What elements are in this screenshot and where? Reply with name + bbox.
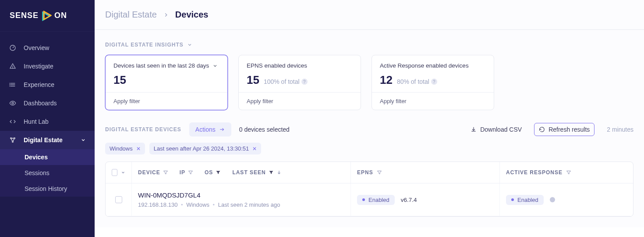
table-row[interactable]: WIN-0MQDSJD7GL4 192.168.18.130 • Windows… (106, 183, 633, 216)
ar-status: Enabled (517, 197, 538, 203)
actions-button[interactable]: Actions (189, 122, 231, 136)
apply-filter-button[interactable]: Apply filter (372, 92, 494, 110)
th-label: LAST SEEN (232, 169, 265, 176)
sidebar-item-dashboards[interactable]: Dashboards (0, 94, 95, 112)
chevron-down-icon[interactable] (121, 170, 125, 175)
checkbox[interactable] (115, 196, 122, 203)
th-label: DEVICE (138, 169, 160, 176)
sidebar-item-digital-estate[interactable]: Digital Estate (0, 131, 95, 149)
sidebar-sub-devices[interactable]: Devices (0, 149, 95, 165)
refreshed-ago: 2 minutes (602, 126, 633, 133)
th-device-group: DEVICE IP (132, 162, 351, 183)
nav-label: Experience (24, 81, 54, 88)
th-label: IP (180, 169, 185, 176)
devices-heading: DIGITAL ESTATE DEVICES (105, 126, 181, 133)
row-checkbox-cell[interactable] (106, 183, 132, 216)
brand-text-right: ON (54, 11, 67, 20)
breadcrumb-parent[interactable]: Digital Estate (105, 10, 157, 20)
card-value: 15 (247, 73, 259, 87)
sidebar-sub-session-history[interactable]: Session History (0, 181, 95, 197)
th-device[interactable]: DEVICE (138, 169, 168, 176)
breadcrumb-current: Devices (175, 10, 209, 20)
sort-desc-icon[interactable] (276, 170, 282, 175)
actions-label: Actions (195, 126, 216, 133)
code-icon (9, 118, 17, 126)
chevron-down-icon (187, 42, 192, 47)
th-label: ACTIVE RESPONSE (506, 169, 563, 176)
chevron-down-icon (81, 137, 86, 143)
filter-icon[interactable] (566, 170, 571, 175)
device-name[interactable]: WIN-0MQDSJD7GL4 (138, 191, 280, 199)
checkbox[interactable] (112, 169, 117, 176)
nav-label: Overview (24, 44, 49, 51)
epns-status: Enabled (368, 197, 389, 203)
gauge-icon (9, 44, 17, 52)
network-icon (9, 136, 17, 144)
main: Digital Estate Devices DIGITAL ESTATE IN… (95, 0, 644, 237)
svg-point-5 (13, 68, 13, 68)
table-header: DEVICE IP (106, 162, 633, 183)
sidebar-item-experience[interactable]: Experience (0, 75, 95, 94)
row-device-cell: WIN-0MQDSJD7GL4 192.168.18.130 • Windows… (132, 183, 351, 216)
sidebar-item-overview[interactable]: Overview (0, 39, 95, 57)
filter-chip-os[interactable]: Windows ✕ (105, 143, 145, 154)
sub-label: Session History (25, 185, 67, 192)
card-subtext: 100% of total (264, 78, 300, 85)
svg-point-11 (10, 86, 10, 86)
sidebar-sub-sessions[interactable]: Sessions (0, 165, 95, 181)
info-icon[interactable]: ? (431, 79, 437, 85)
refresh-label: Refresh results (548, 126, 590, 133)
card-title: Active Response enabled devices (380, 62, 469, 69)
nav-label: Hunt Lab (24, 118, 49, 125)
download-label: Download CSV (480, 126, 522, 133)
sidebar-nav: Overview Investigate Experience Dashboar… (0, 32, 95, 197)
device-meta: 192.168.18.130 • Windows • Last seen 2 m… (138, 201, 280, 208)
epns-status-pill: Enabled (357, 195, 395, 205)
sidebar-item-hunt-lab[interactable]: Hunt Lab (0, 112, 95, 131)
th-active-response[interactable]: ACTIVE RESPONSE (500, 162, 633, 183)
filter-icon[interactable] (216, 170, 221, 175)
list-icon (9, 81, 17, 89)
close-icon[interactable]: ✕ (252, 146, 257, 152)
filter-icon[interactable] (377, 170, 382, 175)
sidebar: SENSE ON Overview (0, 0, 95, 237)
refresh-icon (539, 126, 545, 133)
th-checkbox[interactable] (106, 162, 132, 183)
th-label: EPNS (357, 169, 373, 176)
filter-icon[interactable] (188, 170, 193, 175)
filter-icon[interactable] (163, 170, 168, 175)
th-os[interactable]: OS (205, 169, 221, 176)
filter-icon[interactable] (269, 170, 274, 175)
chip-label: Last seen after Apr 26 2024, 13:30:51 (154, 145, 249, 152)
status-dot-icon (362, 198, 365, 201)
chevron-down-icon[interactable] (212, 63, 218, 68)
info-icon[interactable]: ? (301, 79, 308, 85)
th-ip[interactable]: IP (180, 169, 193, 176)
nav-label: Dashboards (24, 100, 57, 107)
th-label: OS (205, 169, 213, 176)
ar-status-pill: Enabled (506, 195, 544, 205)
chip-label: Windows (110, 145, 133, 152)
filter-chip-last-seen[interactable]: Last seen after Apr 26 2024, 13:30:51 ✕ (149, 143, 262, 154)
apply-filter-button[interactable]: Apply filter (239, 92, 361, 110)
insights-heading[interactable]: DIGITAL ESTATE INSIGHTS (105, 42, 192, 48)
row-ar-cell: Enabled (500, 183, 633, 216)
refresh-button[interactable]: Refresh results (534, 123, 594, 136)
devices-toolbar: DIGITAL ESTATE DEVICES Actions 0 devices… (105, 122, 633, 136)
download-csv-button[interactable]: Download CSV (466, 123, 526, 136)
svg-point-10 (10, 85, 10, 85)
sidebar-submenu: Devices Sessions Session History (0, 149, 95, 197)
insight-card-epns: EPNS enabled devices 15 100% of total ? … (238, 55, 361, 110)
insight-card-active-response: Active Response enabled devices 12 80% o… (372, 55, 494, 110)
sidebar-item-investigate[interactable]: Investigate (0, 57, 95, 75)
apply-filter-button[interactable]: Apply filter (106, 92, 227, 110)
status-indicator-icon (550, 197, 555, 202)
close-icon[interactable]: ✕ (136, 146, 141, 152)
insight-cards: Devices last seen in the last 28 days 15… (105, 55, 633, 110)
th-last-seen[interactable]: LAST SEEN (232, 169, 281, 176)
th-epns[interactable]: EPNS (351, 162, 500, 183)
sub-label: Sessions (25, 169, 50, 176)
arrow-right-icon (219, 126, 225, 133)
nav-label: Digital Estate (24, 136, 63, 144)
insight-card-last-seen: Devices last seen in the last 28 days 15… (105, 55, 228, 110)
